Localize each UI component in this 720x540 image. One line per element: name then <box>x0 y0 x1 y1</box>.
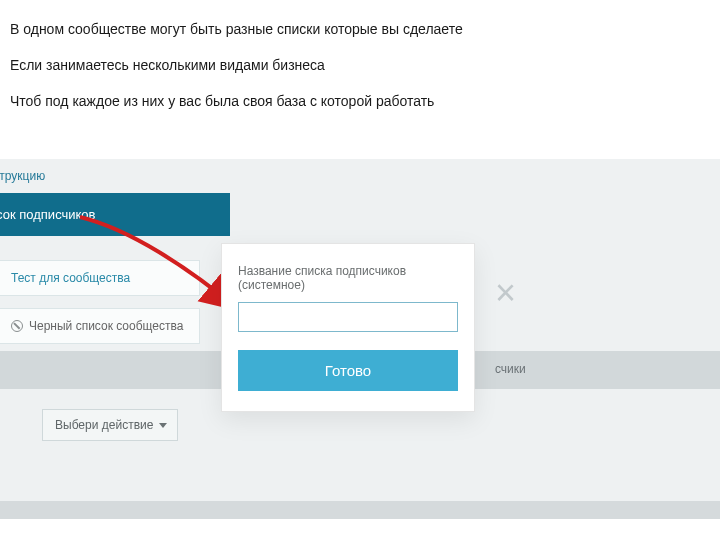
app-screenshot-area: инструкцию ать список подписчиков Тест д… <box>0 159 720 519</box>
sidebar-item-label: Тест для сообщества <box>11 271 130 285</box>
sidebar-item-blacklist[interactable]: Черный список сообщества <box>0 308 200 344</box>
submit-button[interactable]: Готово <box>238 350 458 391</box>
choose-action-dropdown[interactable]: Выбери действие <box>42 409 178 441</box>
ban-icon <box>11 320 23 332</box>
intro-text-block: В одном сообществе могут быть разные спи… <box>0 0 720 159</box>
intro-line-3: Чтоб под каждое из них у вас была своя б… <box>10 92 710 110</box>
create-subscriber-list-button[interactable]: ать список подписчиков <box>0 193 230 236</box>
intro-line-2: Если занимаетесь несколькими видами бизн… <box>10 56 710 74</box>
sidebar-item-test[interactable]: Тест для сообщества <box>0 260 200 296</box>
dropdown-label: Выбери действие <box>55 418 153 432</box>
list-name-input[interactable] <box>238 302 458 332</box>
create-list-modal: Название списка подписчиков (системное) … <box>221 243 475 412</box>
tabs-partial-label: счики <box>495 362 526 376</box>
footer-band <box>0 501 720 519</box>
modal-input-label: Название списка подписчиков (системное) <box>238 264 458 292</box>
sidebar-item-label: Черный список сообщества <box>29 319 183 333</box>
close-icon[interactable]: × <box>495 275 516 311</box>
instruction-link[interactable]: инструкцию <box>0 159 720 193</box>
intro-line-1: В одном сообществе могут быть разные спи… <box>10 20 710 38</box>
